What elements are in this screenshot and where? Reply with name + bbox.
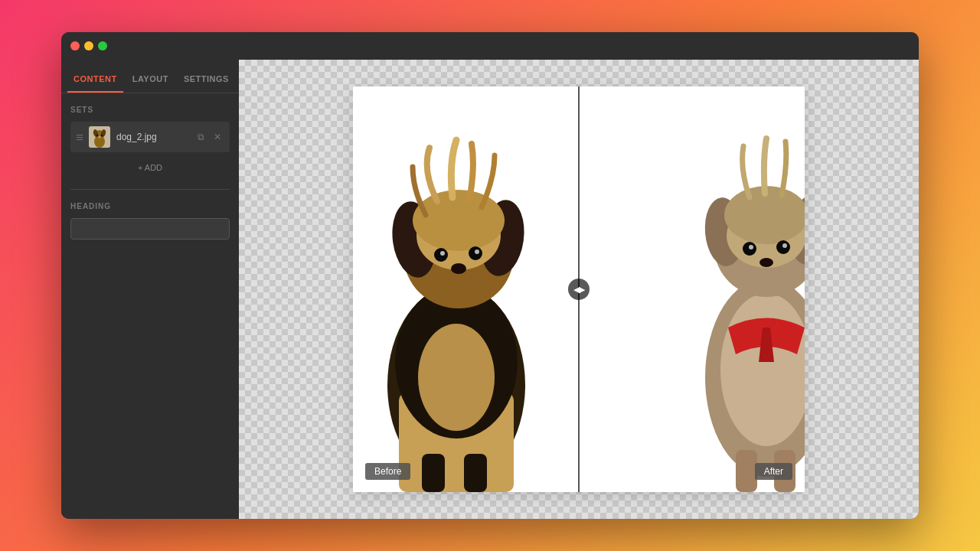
add-button[interactable]: + ADD: [70, 158, 230, 177]
tab-settings[interactable]: SETTINGS: [178, 74, 235, 93]
maximize-button[interactable]: [98, 41, 107, 51]
set-item[interactable]: dog_2.jpg ⧉ ✕: [70, 122, 230, 152]
section-divider: [70, 189, 230, 190]
svg-rect-37: [736, 450, 757, 492]
svg-rect-22: [422, 454, 445, 492]
heading-label: HEADING: [70, 202, 230, 210]
delete-icon[interactable]: ✕: [211, 131, 224, 143]
set-actions: ⧉ ✕: [194, 131, 224, 143]
drag-handle-icon: [77, 135, 83, 140]
set-thumbnail: [89, 126, 110, 148]
heading-section: HEADING: [70, 202, 230, 240]
dog-after-image: [667, 102, 805, 492]
svg-point-11: [418, 324, 495, 431]
svg-point-21: [451, 263, 466, 274]
svg-rect-23: [464, 454, 487, 492]
duplicate-icon[interactable]: ⧉: [194, 131, 207, 143]
svg-point-7: [98, 136, 101, 139]
app-body: CONTENT LAYOUT SETTINGS STYLE SETS: [61, 60, 919, 519]
panel-content: SETS: [61, 93, 239, 519]
svg-point-35: [782, 243, 787, 248]
after-label: After: [755, 463, 792, 480]
tab-layout[interactable]: LAYOUT: [126, 74, 175, 93]
heading-input[interactable]: [70, 218, 230, 240]
tab-content[interactable]: CONTENT: [67, 74, 123, 93]
sets-label: SETS: [70, 106, 230, 114]
app-window: CONTENT LAYOUT SETTINGS STYLE SETS: [61, 32, 919, 519]
svg-point-20: [475, 249, 479, 254]
svg-point-36: [760, 258, 773, 267]
title-bar: [61, 32, 919, 60]
divider-line: ◀▶: [578, 86, 580, 492]
comparison-widget: ◀▶: [353, 86, 805, 492]
tabs-bar: CONTENT LAYOUT SETTINGS STYLE: [61, 60, 239, 93]
svg-point-34: [749, 245, 753, 249]
svg-point-16: [413, 190, 505, 251]
divider-handle[interactable]: ◀▶: [568, 279, 590, 300]
after-panel: [580, 86, 805, 492]
close-button[interactable]: [70, 41, 80, 51]
before-panel: [353, 86, 578, 492]
canvas-area: ◀▶: [239, 60, 919, 519]
svg-point-6: [101, 135, 103, 137]
svg-point-5: [96, 135, 99, 137]
set-name: dog_2.jpg: [116, 132, 194, 142]
svg-point-19: [440, 251, 445, 256]
dog-before-image: [353, 102, 567, 492]
before-label: Before: [365, 463, 410, 480]
sets-list: dog_2.jpg ⧉ ✕: [70, 122, 230, 152]
minimize-button[interactable]: [84, 41, 93, 51]
left-panel: CONTENT LAYOUT SETTINGS STYLE SETS: [61, 60, 239, 519]
traffic-lights: [70, 41, 107, 51]
